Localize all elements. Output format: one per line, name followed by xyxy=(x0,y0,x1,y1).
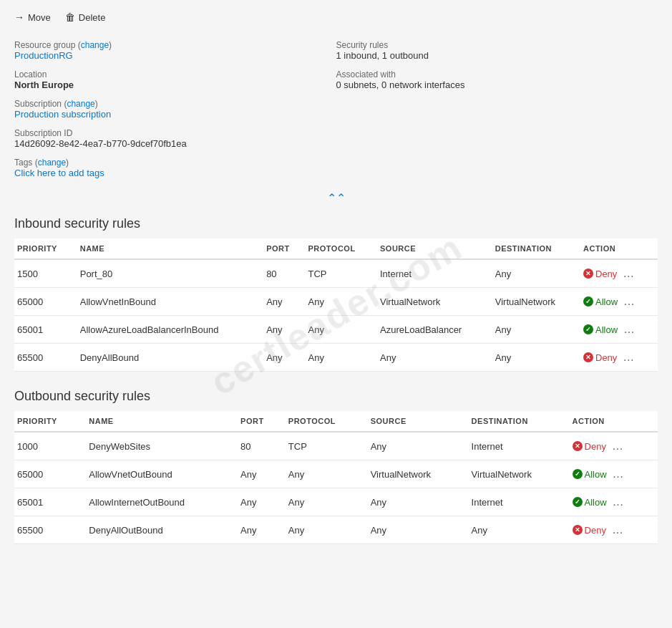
table-row[interactable]: 1500Port_8080TCPInternetAny✕ Deny… xyxy=(14,259,658,288)
outbound-title: Outbound security rules xyxy=(14,389,658,404)
inbound-col-name: NAME xyxy=(77,238,263,259)
subscription-change-link[interactable]: change xyxy=(67,99,94,109)
allow-icon: ✓ xyxy=(583,324,593,334)
cell-source: Internet xyxy=(377,259,492,288)
resource-group-change-link[interactable]: change xyxy=(81,40,109,50)
cell-protocol: TCP xyxy=(306,259,377,288)
cell-name: DenyAllBound xyxy=(77,344,263,372)
row-menu-icon[interactable]: … xyxy=(623,351,634,364)
subscription-value[interactable]: Production subscription xyxy=(14,109,111,120)
row-menu-icon[interactable]: … xyxy=(623,323,635,336)
action-cell: ✓ Allow… xyxy=(580,316,658,344)
cell-source: Any xyxy=(368,432,469,460)
cell-port: Any xyxy=(238,460,286,488)
table-row[interactable]: 65000AllowVnetOutBoundAnyAnyVirtualNetwo… xyxy=(14,460,658,488)
cell-source: Any xyxy=(368,488,469,516)
row-menu-icon[interactable]: … xyxy=(623,295,635,308)
action-allow: ✓ Allow xyxy=(583,324,618,335)
cell-priority: 1500 xyxy=(14,259,77,288)
cell-source: VirtualNetwork xyxy=(377,288,492,316)
inbound-col-priority: PRIORITY xyxy=(14,238,77,259)
toolbar: → Move 🗑 Delete xyxy=(14,11,658,23)
outbound-col-priority: PRIORITY xyxy=(14,411,86,432)
table-row[interactable]: 65500DenyAllOutBoundAnyAnyAnyAny✕ Deny… xyxy=(14,516,658,544)
action-deny: ✕ Deny xyxy=(573,441,606,452)
spacer-block xyxy=(336,95,658,124)
location-block: Location North Europe xyxy=(14,65,336,95)
table-row[interactable]: 65500DenyAllBoundAnyAnyAnyAny✕ Deny… xyxy=(14,344,658,372)
action-cell: ✕ Deny… xyxy=(570,432,658,460)
tags-block: Tags (change) Click here to add tags xyxy=(14,153,658,183)
cell-name: AllowInternetOutBound xyxy=(86,488,238,516)
cell-protocol: TCP xyxy=(286,432,368,460)
cell-name: AllowVnetInBound xyxy=(77,288,263,316)
outbound-table: PRIORITY NAME PORT PROTOCOL SOURCE DESTI… xyxy=(14,411,658,544)
action-allow: ✓ Allow xyxy=(573,469,607,480)
cell-destination: Any xyxy=(469,516,570,544)
inbound-table: PRIORITY NAME PORT PROTOCOL SOURCE DESTI… xyxy=(14,238,658,372)
cell-destination: Any xyxy=(492,316,580,344)
outbound-tbody: 1000DenyWebSites80TCPAnyInternet✕ Deny…6… xyxy=(14,432,658,544)
action-cell: ✓ Allow… xyxy=(570,460,658,488)
outbound-col-name: NAME xyxy=(86,411,238,432)
cell-destination: Any xyxy=(492,259,580,288)
outbound-header-row: PRIORITY NAME PORT PROTOCOL SOURCE DESTI… xyxy=(14,411,658,432)
cell-destination: VirtualNetwork xyxy=(469,460,570,488)
allow-icon: ✓ xyxy=(573,469,583,479)
table-row[interactable]: 65000AllowVnetInBoundAnyAnyVirtualNetwor… xyxy=(14,288,658,316)
cell-destination: VirtualNetwork xyxy=(492,288,580,316)
cell-source: VirtualNetwork xyxy=(368,460,469,488)
tags-change-link[interactable]: change xyxy=(38,158,66,168)
row-menu-icon[interactable]: … xyxy=(623,267,634,280)
cell-name: AllowAzureLoadBalancerInBound xyxy=(77,316,263,344)
cell-protocol: Any xyxy=(306,288,377,316)
move-button[interactable]: → Move xyxy=(14,11,51,23)
action-cell: ✕ Deny… xyxy=(570,516,658,544)
row-menu-icon[interactable]: … xyxy=(613,496,624,508)
associated-with-label: Associated with xyxy=(336,69,658,79)
cell-priority: 65001 xyxy=(14,488,86,516)
cell-priority: 65000 xyxy=(14,288,77,316)
cell-destination: Any xyxy=(492,344,580,372)
collapse-icon[interactable]: ⌃⌃ xyxy=(14,191,658,205)
table-row[interactable]: 65001AllowAzureLoadBalancerInBoundAnyAny… xyxy=(14,316,658,344)
table-row[interactable]: 65001AllowInternetOutBoundAnyAnyAnyInter… xyxy=(14,488,658,516)
tags-label: Tags (change) xyxy=(14,158,658,168)
inbound-title: Inbound security rules xyxy=(14,216,658,231)
tags-add-link[interactable]: Click here to add tags xyxy=(14,168,104,178)
cell-priority: 65500 xyxy=(14,516,86,544)
delete-label: Delete xyxy=(79,12,106,23)
cell-name: DenyWebSites xyxy=(86,432,238,460)
allow-icon: ✓ xyxy=(573,497,583,507)
outbound-col-port: PORT xyxy=(238,411,286,432)
inbound-header-row: PRIORITY NAME PORT PROTOCOL SOURCE DESTI… xyxy=(14,238,658,259)
meta-section: Resource group (change) ProductionRG Sec… xyxy=(14,36,658,183)
associated-with-block: Associated with 0 subnets, 0 network int… xyxy=(336,65,658,95)
action-cell: ✓ Allow… xyxy=(570,488,658,516)
row-menu-icon[interactable]: … xyxy=(613,468,624,480)
deny-icon: ✕ xyxy=(583,269,593,279)
resource-group-value[interactable]: ProductionRG xyxy=(14,50,73,61)
cell-protocol: Any xyxy=(286,460,368,488)
subscription-id-block: Subscription ID 14d26092-8e42-4ea7-b770-… xyxy=(14,124,658,153)
row-menu-icon[interactable]: … xyxy=(612,440,623,453)
outbound-col-action: ACTION xyxy=(570,411,658,432)
deny-icon: ✕ xyxy=(573,441,583,451)
associated-with-value: 0 subnets, 0 network interfaces xyxy=(336,79,658,90)
row-menu-icon[interactable]: … xyxy=(612,523,623,536)
cell-protocol: Any xyxy=(286,516,368,544)
allow-icon: ✓ xyxy=(583,296,593,306)
table-row[interactable]: 1000DenyWebSites80TCPAnyInternet✕ Deny… xyxy=(14,432,658,460)
delete-button[interactable]: 🗑 Delete xyxy=(65,11,106,23)
cell-name: AllowVnetOutBound xyxy=(86,460,238,488)
cell-port: Any xyxy=(238,516,286,544)
outbound-thead: PRIORITY NAME PORT PROTOCOL SOURCE DESTI… xyxy=(14,411,658,432)
cell-priority: 65500 xyxy=(14,344,77,372)
inbound-tbody: 1500Port_8080TCPInternetAny✕ Deny…65000A… xyxy=(14,259,658,372)
security-rules-value: 1 inbound, 1 outbound xyxy=(336,50,658,61)
action-deny: ✕ Deny xyxy=(583,269,617,279)
cell-source: Any xyxy=(377,344,492,372)
security-rules-block: Security rules 1 inbound, 1 outbound xyxy=(336,36,658,65)
inbound-col-source: SOURCE xyxy=(377,238,492,259)
cell-priority: 65001 xyxy=(14,316,77,344)
